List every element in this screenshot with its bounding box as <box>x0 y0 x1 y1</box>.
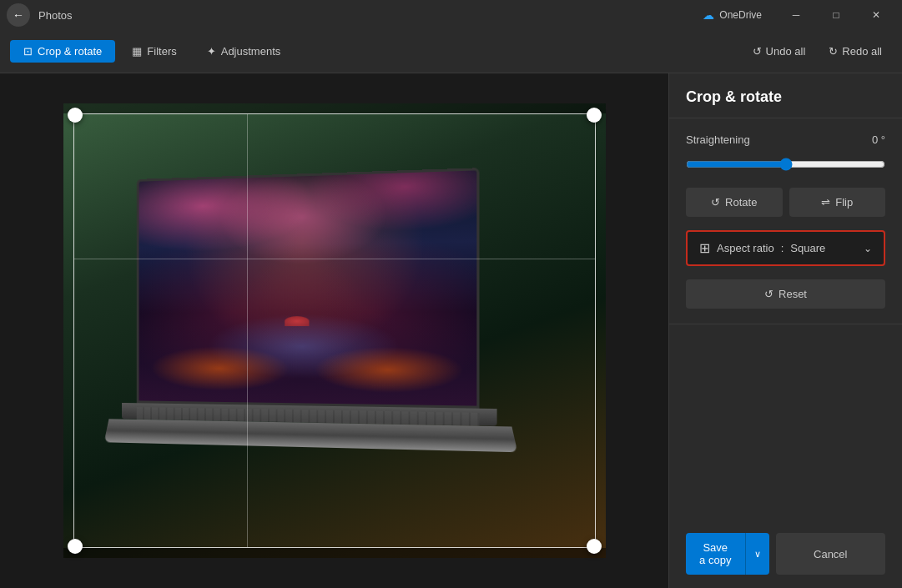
redo-icon: ↻ <box>829 45 838 58</box>
adjustments-icon: ✦ <box>207 45 216 58</box>
crop-overlay <box>63 103 606 558</box>
rotate-label: Rotate <box>725 196 757 209</box>
aspect-ratio-separator: : <box>781 242 784 254</box>
chevron-down-icon: ⌄ <box>864 243 872 254</box>
panel-title: Crop & rotate <box>669 73 902 118</box>
straightening-value: 0 ° <box>872 133 885 146</box>
back-icon: ← <box>13 8 24 22</box>
undo-redo-group: ↺ Undo all ↻ Redo all <box>743 41 892 62</box>
right-panel: Crop & rotate Straightening 0 ° ↺ Rotate… <box>668 73 902 588</box>
flip-button[interactable]: ⇌ Flip <box>789 188 886 217</box>
app-title: Photos <box>38 9 72 22</box>
aspect-ratio-left: ⊞ Aspect ratio : Square <box>699 240 825 256</box>
maximize-button[interactable]: □ <box>817 0 855 30</box>
save-button-group: Save a copy ∨ <box>686 533 769 575</box>
crop-mask-bottom <box>63 548 606 558</box>
undo-label: Undo all <box>766 45 806 58</box>
undo-button[interactable]: ↺ Undo all <box>743 41 816 62</box>
crop-mask-top <box>63 103 606 113</box>
back-button[interactable]: ← <box>7 3 30 27</box>
onedrive-icon: ☁ <box>703 8 714 22</box>
title-bar: ← Photos ☁ OneDrive ─ □ ✕ <box>0 0 902 30</box>
main-area: Crop & rotate Straightening 0 ° ↺ Rotate… <box>0 73 902 588</box>
redo-label: Redo all <box>842 45 882 58</box>
panel-bottom: Save a copy ∨ Cancel <box>669 520 902 588</box>
aspect-ratio-dropdown[interactable]: ⊞ Aspect ratio : Square ⌄ <box>686 230 885 266</box>
aspect-ratio-label: Aspect ratio <box>717 242 774 254</box>
image-container <box>63 103 606 558</box>
handle-bottom-right[interactable] <box>587 539 602 554</box>
undo-icon: ↺ <box>753 45 762 58</box>
filters-icon: ▦ <box>132 45 142 58</box>
minimize-button[interactable]: ─ <box>777 0 815 30</box>
handle-top-right[interactable] <box>587 108 602 123</box>
rotate-button[interactable]: ↺ Rotate <box>686 188 783 217</box>
canvas-area <box>0 73 668 588</box>
straightening-label: Straightening <box>686 133 750 146</box>
straightening-section: Straightening 0 ° ↺ Rotate ⇌ Flip ⊞ <box>669 118 902 324</box>
crop-icon: ⊡ <box>23 45 33 58</box>
cancel-button[interactable]: Cancel <box>776 533 886 575</box>
title-bar-right: ☁ OneDrive ─ □ ✕ <box>703 0 895 30</box>
action-buttons: ↺ Rotate ⇌ Flip <box>686 188 885 217</box>
close-button[interactable]: ✕ <box>857 0 895 30</box>
reset-icon: ↺ <box>764 288 774 300</box>
redo-button[interactable]: ↻ Redo all <box>819 41 892 62</box>
adjustments-button[interactable]: ✦ Adjustments <box>194 40 295 63</box>
save-dropdown-button[interactable]: ∨ <box>745 533 769 575</box>
adjustments-label: Adjustments <box>221 45 281 58</box>
handle-bottom-left[interactable] <box>68 539 83 554</box>
filters-button[interactable]: ▦ Filters <box>118 40 189 63</box>
crop-frame[interactable] <box>73 113 596 548</box>
save-copy-button[interactable]: Save a copy <box>686 533 745 575</box>
straightening-row: Straightening 0 ° <box>686 133 885 146</box>
reset-label: Reset <box>779 288 807 300</box>
reset-button[interactable]: ↺ Reset <box>686 279 885 309</box>
rotate-icon: ↺ <box>711 196 720 209</box>
crop-rotate-button[interactable]: ⊡ Crop & rotate <box>10 40 115 63</box>
straightening-slider[interactable] <box>686 158 885 171</box>
close-icon: ✕ <box>872 9 880 21</box>
aspect-ratio-value: Square <box>790 242 825 254</box>
handle-top-left[interactable] <box>68 108 83 123</box>
flip-icon: ⇌ <box>821 196 830 209</box>
maximize-icon: □ <box>833 9 839 21</box>
flip-label: Flip <box>835 196 853 209</box>
onedrive-label: OneDrive <box>719 9 762 21</box>
onedrive-section: ☁ OneDrive <box>703 8 762 22</box>
title-bar-left: ← Photos <box>7 3 72 27</box>
filters-label: Filters <box>147 45 176 58</box>
crop-label: Crop & rotate <box>38 45 102 58</box>
minimize-icon: ─ <box>793 9 800 21</box>
toolbar: ⊡ Crop & rotate ▦ Filters ✦ Adjustments … <box>0 30 902 73</box>
aspect-icon: ⊞ <box>699 240 710 256</box>
